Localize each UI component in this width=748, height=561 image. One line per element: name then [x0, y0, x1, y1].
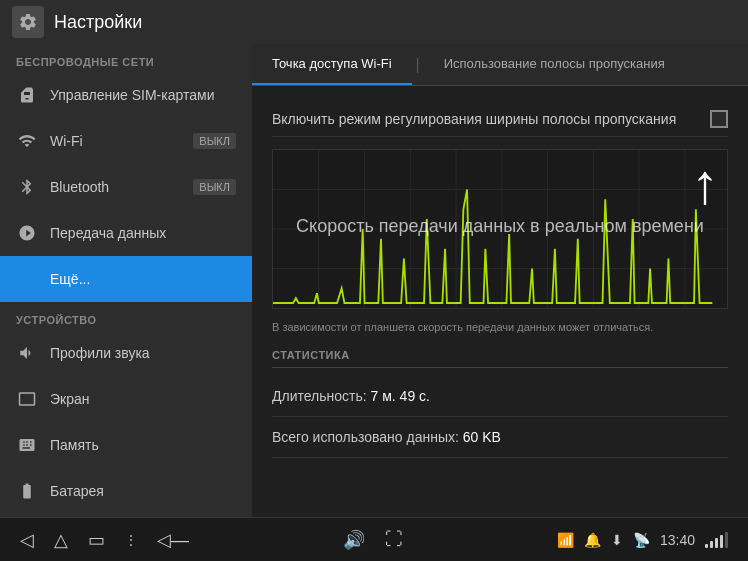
home-icon[interactable]: △ [54, 529, 68, 551]
top-bar: Настройки [0, 0, 748, 44]
sidebar-item-sound[interactable]: Профили звука [0, 330, 252, 376]
settings-icon [12, 6, 44, 38]
clock: 13:40 [660, 532, 695, 548]
center-buttons: 🔊 ⛶ [343, 529, 403, 551]
memory-icon [16, 434, 38, 456]
sidebar-item-memory[interactable]: Память [0, 422, 252, 468]
tab-bandwidth[interactable]: Использование полосы пропускания [424, 44, 685, 85]
sidebar-item-display-label: Экран [50, 391, 236, 407]
signal-bar-1 [705, 544, 708, 548]
stats-header: СТАТИСТИКА [272, 349, 728, 368]
sidebar-item-display[interactable]: Экран [0, 376, 252, 422]
wifi-badge: ВЫКЛ [193, 133, 236, 149]
sidebar-item-wifi-label: Wi-Fi [50, 133, 193, 149]
menu-icon[interactable]: ⋮ [125, 533, 137, 547]
sidebar-item-battery[interactable]: Батарея [0, 468, 252, 514]
duration-label: Длительность: [272, 388, 367, 404]
sim-icon [16, 84, 38, 106]
sidebar-item-bluetooth[interactable]: Bluetooth ВЫКЛ [0, 164, 252, 210]
chart-svg [273, 150, 727, 308]
more-icon [16, 268, 38, 290]
wifi-icon [16, 130, 38, 152]
volume-down-icon[interactable]: ◁— [157, 529, 189, 551]
toggle-label: Включить режим регулирования ширины поло… [272, 111, 676, 127]
section-wireless: БЕСПРОВОДНЫЕ СЕТИ [0, 44, 252, 72]
stat-duration: Длительность: 7 м. 49 с. [272, 376, 728, 417]
stat-total: Всего использовано данных: 60 KB [272, 417, 728, 458]
cellular-signal [705, 532, 728, 548]
sidebar-item-data[interactable]: Передача данных [0, 210, 252, 256]
volume-up-icon[interactable]: 🔊 [343, 529, 365, 551]
battery-icon [16, 480, 38, 502]
sound-icon [16, 342, 38, 364]
page-title: Настройки [54, 12, 142, 33]
tab-hotspot[interactable]: Точка доступа Wi-Fi [252, 44, 412, 85]
total-value: 60 KB [463, 429, 501, 445]
bottom-bar: ◁ △ ▭ ⋮ ◁— 🔊 ⛶ 📶 🔔 ⬇ 📡 13:40 [0, 517, 748, 561]
notification-icon: 🔔 [584, 532, 601, 548]
signal-bar-5 [725, 532, 728, 548]
signal-icon: 📡 [633, 532, 650, 548]
section-device: УСТРОЙСТВО [0, 302, 252, 330]
sidebar-item-sim-label: Управление SIM-картами [50, 87, 236, 103]
sidebar: БЕСПРОВОДНЫЕ СЕТИ Управление SIM-картами… [0, 44, 252, 517]
download-icon: ⬇ [611, 532, 623, 548]
sidebar-item-sim[interactable]: Управление SIM-картами [0, 72, 252, 118]
signal-bar-4 [720, 535, 723, 548]
recents-icon[interactable]: ▭ [88, 529, 105, 551]
back-icon[interactable]: ◁ [20, 529, 34, 551]
content-tabs: Точка доступа Wi-Fi | Использование поло… [252, 44, 748, 86]
signal-bar-2 [710, 541, 713, 548]
data-icon [16, 222, 38, 244]
content-body: Включить режим регулирования ширины поло… [252, 86, 748, 474]
bandwidth-checkbox[interactable] [710, 110, 728, 128]
speed-chart: Скорость передачи данных в реальном врем… [272, 149, 728, 309]
sidebar-item-more-label: Ещё... [50, 271, 236, 287]
sidebar-item-apps[interactable]: Приложения [0, 514, 252, 517]
status-area: 📶 🔔 ⬇ 📡 13:40 [557, 532, 728, 548]
total-label: Всего использовано данных: [272, 429, 459, 445]
bluetooth-icon [16, 176, 38, 198]
sidebar-item-more[interactable]: Ещё... [0, 256, 252, 302]
signal-bar-3 [715, 538, 718, 548]
sidebar-item-sound-label: Профили звука [50, 345, 236, 361]
sidebar-item-data-label: Передача данных [50, 225, 236, 241]
wifi-status-icon: 📶 [557, 532, 574, 548]
duration-value: 7 м. 49 с. [371, 388, 430, 404]
toggle-row: Включить режим регулирования ширины поло… [272, 102, 728, 137]
display-icon [16, 388, 38, 410]
fullscreen-icon[interactable]: ⛶ [385, 529, 403, 550]
sidebar-item-wifi[interactable]: Wi-Fi ВЫКЛ [0, 118, 252, 164]
arrow-up-icon: ↑ [691, 156, 719, 212]
main-layout: БЕСПРОВОДНЫЕ СЕТИ Управление SIM-картами… [0, 44, 748, 517]
sidebar-item-bluetooth-label: Bluetooth [50, 179, 193, 195]
content-panel: Точка доступа Wi-Fi | Использование поло… [252, 44, 748, 517]
nav-buttons: ◁ △ ▭ ⋮ ◁— [20, 529, 189, 551]
sidebar-item-memory-label: Память [50, 437, 236, 453]
chart-note: В зависимости от планшета скорость перед… [272, 321, 728, 333]
sidebar-item-battery-label: Батарея [50, 483, 236, 499]
bluetooth-badge: ВЫКЛ [193, 179, 236, 195]
